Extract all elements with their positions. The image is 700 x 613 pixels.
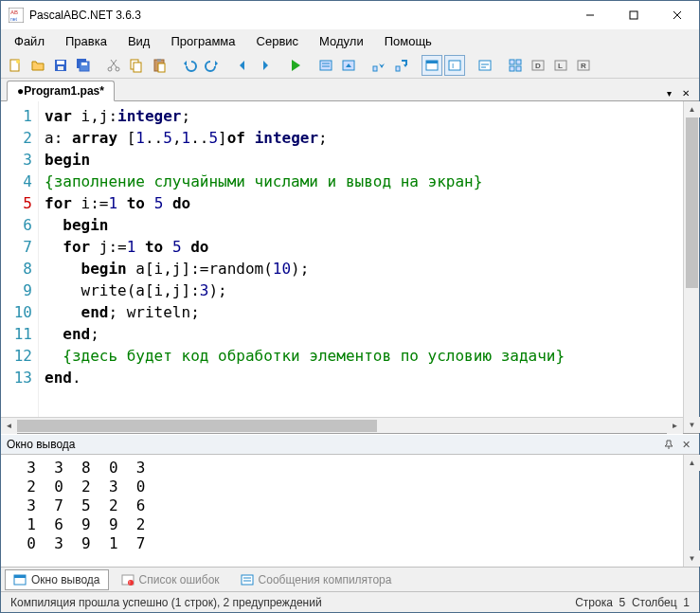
menu-view[interactable]: Вид (118, 31, 160, 51)
save-button[interactable] (50, 55, 71, 76)
svg-rect-31 (426, 61, 438, 63)
nav-back-button[interactable] (232, 55, 253, 76)
scroll-right-icon[interactable]: ► (667, 418, 683, 434)
step-over-button[interactable] (391, 55, 412, 76)
svg-rect-29 (396, 66, 400, 71)
output-tab-icon (13, 573, 27, 586)
tab-errors-label: Список ошибок (139, 573, 220, 586)
disasm-r-button[interactable]: R (573, 55, 594, 76)
output-title-text: Окно вывода (7, 438, 76, 451)
svg-text:AB: AB (10, 9, 18, 15)
titlebar: ABnet PascalABC.NET 3.6.3 (1, 1, 699, 29)
svg-rect-34 (479, 61, 491, 70)
statusbar: Компиляция прошла успешно (1 строк), 2 п… (1, 591, 699, 612)
svg-rect-22 (157, 59, 161, 62)
menu-program[interactable]: Программа (161, 31, 244, 51)
separator-icon (224, 55, 230, 76)
svg-rect-40 (516, 66, 521, 71)
status-message: Компиляция прошла успешно (1 строк), 2 п… (10, 596, 322, 609)
editor-v-scroll[interactable]: ▲ ▼ (683, 101, 699, 433)
step-into-button[interactable] (368, 55, 389, 76)
svg-rect-11 (58, 66, 63, 70)
output-panel-title: Окно вывода ✕ (1, 434, 699, 455)
menubar: Файл Правка Вид Программа Сервис Модули … (1, 29, 699, 52)
scroll-down-icon[interactable]: ▼ (684, 550, 700, 567)
new-file-button[interactable] (5, 55, 26, 76)
compile-button[interactable] (315, 55, 336, 76)
status-col-value: 1 (683, 596, 690, 609)
status-line-label: Строка (575, 596, 613, 609)
nav-forward-button[interactable] (255, 55, 276, 76)
scroll-up-icon[interactable]: ▲ (684, 455, 700, 471)
code-templates-button[interactable] (505, 55, 526, 76)
tab-compiler-label: Сообщения компилятора (259, 573, 392, 586)
tab-errors[interactable]: ! Список ошибок (113, 569, 228, 590)
editor-h-scroll[interactable]: ◄ ► (1, 417, 683, 433)
svg-rect-23 (158, 63, 165, 72)
maximize-button[interactable] (612, 1, 655, 29)
redo-button[interactable] (202, 55, 223, 76)
separator-icon (308, 55, 314, 76)
compiler-tab-icon (241, 573, 254, 586)
scroll-thumb[interactable] (17, 420, 377, 432)
line-gutter: 12345678910111213 (1, 101, 39, 417)
menu-file[interactable]: Файл (5, 31, 54, 51)
svg-rect-32 (449, 61, 460, 70)
scroll-thumb[interactable] (686, 117, 698, 288)
separator-icon (414, 55, 420, 76)
run-button[interactable] (285, 55, 306, 76)
menu-edit[interactable]: Правка (56, 31, 117, 51)
app-icon: ABnet (9, 8, 24, 23)
svg-rect-10 (57, 61, 64, 64)
output-text[interactable]: 3 3 8 0 3 2 0 2 3 0 3 7 5 2 6 1 6 9 9 2 … (1, 455, 683, 567)
svg-text:L: L (558, 62, 563, 70)
svg-point-16 (116, 67, 119, 71)
tab-output[interactable]: Окно вывода (5, 569, 109, 590)
disasm-d-button[interactable]: D (528, 55, 548, 76)
view-errors-button[interactable]: I (444, 55, 465, 76)
output-v-scroll[interactable]: ▲ ▼ (683, 455, 699, 567)
editor-tab[interactable]: ●Program1.pas* (7, 81, 115, 101)
close-panel-button[interactable]: ✕ (678, 437, 693, 452)
minimize-button[interactable] (568, 1, 612, 29)
editor-tabbar: ●Program1.pas* ▾ ✕ (1, 79, 699, 101)
build-button[interactable] (338, 55, 359, 76)
status-col-label: Столбец (632, 596, 677, 609)
copy-button[interactable] (126, 55, 147, 76)
svg-point-15 (108, 67, 112, 71)
save-all-button[interactable] (73, 55, 94, 76)
view-output-button[interactable] (422, 55, 442, 76)
svg-rect-20 (134, 63, 141, 72)
open-file-button[interactable] (27, 55, 48, 76)
separator-icon (96, 55, 101, 76)
undo-button[interactable] (179, 55, 200, 76)
tab-compiler[interactable]: Сообщения компилятора (232, 569, 401, 590)
menu-modules[interactable]: Модули (310, 31, 373, 51)
code-area[interactable]: var i,j:integer;a: array [1..5,1..5]of i… (39, 101, 683, 417)
svg-text:net: net (10, 16, 18, 22)
svg-text:!: ! (129, 580, 130, 586)
menu-help[interactable]: Помощь (375, 31, 441, 51)
scroll-up-icon[interactable]: ▲ (684, 101, 700, 117)
pin-button[interactable] (661, 437, 676, 452)
tab-output-label: Окно вывода (31, 573, 100, 586)
editor: 12345678910111213 var i,j:integer;a: arr… (1, 101, 699, 434)
separator-icon (467, 55, 473, 76)
svg-point-8 (16, 60, 20, 63)
disasm-l-button[interactable]: L (550, 55, 571, 76)
tab-close-button[interactable]: ✕ (678, 85, 693, 100)
menu-service[interactable]: Сервис (247, 31, 309, 51)
svg-rect-52 (242, 575, 253, 585)
window: ABnet PascalABC.NET 3.6.3 Файл Правка Ви… (0, 0, 700, 613)
scroll-left-icon[interactable]: ◄ (1, 418, 17, 434)
close-button[interactable] (655, 1, 699, 29)
cut-button[interactable] (103, 55, 124, 76)
paste-button[interactable] (149, 55, 170, 76)
svg-rect-24 (320, 61, 332, 70)
output-panel: 3 3 8 0 3 2 0 2 3 0 3 7 5 2 6 1 6 9 9 2 … (1, 455, 699, 567)
view-messages-button[interactable] (475, 55, 495, 76)
scroll-down-icon[interactable]: ▼ (684, 417, 700, 433)
svg-rect-4 (630, 11, 637, 19)
status-line-value: 5 (619, 596, 626, 609)
tab-menu-button[interactable]: ▾ (661, 85, 676, 100)
